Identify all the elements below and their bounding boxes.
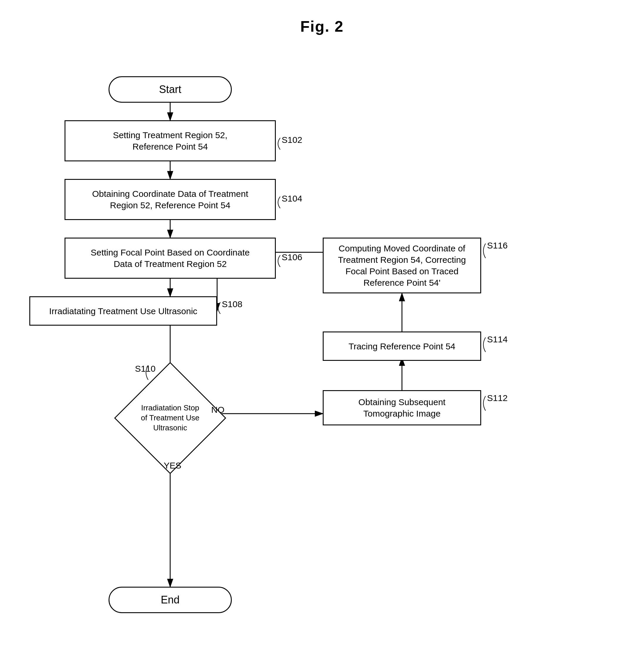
s112-label: S112: [487, 393, 508, 403]
label-yes: YES: [164, 461, 181, 471]
s108-label: S108: [222, 299, 242, 309]
s104-box: Obtaining Coordinate Data of Treatment R…: [65, 179, 276, 220]
end-node: End: [109, 587, 232, 613]
s116-label: S116: [487, 240, 508, 251]
s106-label: S106: [282, 252, 302, 262]
s114-box: Tracing Reference Point 54: [323, 331, 481, 361]
s112-box: Obtaining Subsequent Tomographic Image: [323, 390, 481, 425]
s102-box: Setting Treatment Region 52, Reference P…: [65, 120, 276, 161]
s108-box: Irradiatating Treatment Use Ultrasonic: [29, 296, 217, 326]
s104-label: S104: [282, 194, 302, 204]
label-no: NO: [211, 405, 225, 415]
page-title: Fig. 2: [0, 0, 644, 35]
s116-box: Computing Moved Coordinate of Treatment …: [323, 238, 481, 293]
s110-text: Irradiatation Stop of Treatment Use Ultr…: [103, 378, 238, 457]
s114-label: S114: [487, 334, 508, 345]
start-node: Start: [109, 76, 232, 103]
s102-label: S102: [282, 135, 302, 145]
s106-box: Setting Focal Point Based on Coordinate …: [65, 238, 276, 279]
